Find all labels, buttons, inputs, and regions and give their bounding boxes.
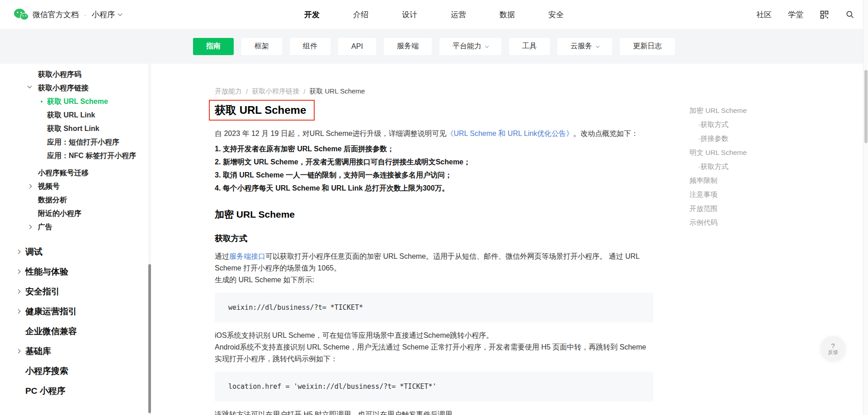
brand[interactable]: 微信官方文档 · 小程序 [14, 8, 122, 21]
intro-text: 自 2023 年 12 月 19 日起，对URL Scheme进行升级，详细调整… [215, 130, 446, 137]
qr-code-icon[interactable] [820, 10, 829, 19]
sidebar-item-short-link[interactable]: 获取 Short Link [0, 122, 151, 135]
toc-item-sample-code[interactable]: 示例代码 [689, 218, 747, 227]
sidebar-item-label: 企业微信兼容 [25, 326, 77, 336]
feedback-button[interactable]: ? 反馈 [821, 336, 845, 361]
page-body: 获取小程序码 获取小程序链接 获取 URL Scheme 获取 URL Link… [0, 64, 868, 415]
sidebar-item-label: 数据分析 [38, 196, 67, 204]
sidebar-item-label: 广告 [38, 223, 52, 231]
sidebar: 获取小程序码 获取小程序链接 获取 URL Scheme 获取 URL Link… [0, 64, 151, 415]
sidebar-item-label: 基础库 [25, 346, 51, 356]
toc: 加密 URL Scheme ·获取方式 ·拼接参数 明文 URL Scheme … [689, 106, 747, 232]
sidebar-section-performance[interactable]: 性能与体验 [0, 262, 151, 282]
breadcrumb-link-get-link[interactable]: 获取小程序链接 [252, 87, 299, 96]
nav-item-intro[interactable]: 介绍 [353, 9, 368, 20]
paragraph-text: 通过 [215, 252, 229, 260]
code-text: location.href = 'weixin://dl/business/?t… [228, 382, 437, 391]
change-point-1: 1. 支持开发者在原有加密 URL Scheme 后面拼接参数； [215, 145, 653, 153]
sidebar-section-search[interactable]: 小程序搜索 [0, 361, 151, 381]
product-switcher[interactable]: 小程序 [92, 9, 122, 20]
window-scrollbar-thumb[interactable] [864, 70, 868, 143]
sidebar-item-label: 获取小程序码 [38, 70, 81, 78]
sidebar-item-nfc-open[interactable]: 应用：NFC 标签打开小程序 [0, 149, 151, 163]
sidebar-section-health-operation[interactable]: 健康运营指引 [0, 302, 151, 322]
tab-guide[interactable]: 指南 [193, 38, 234, 55]
tab-component[interactable]: 组件 [290, 38, 330, 55]
breadcrumb-current: 获取 URL Scheme [309, 87, 365, 96]
sidebar-group-channels[interactable]: 视频号 [0, 180, 151, 193]
header-actions: 社区 学堂 [756, 9, 854, 20]
doc-section-tabs: 指南 框架 组件 API 服务端 平台能力 工具 云服务 更新日志 [0, 29, 868, 64]
section-heading-encrypted-scheme: 加密 URL Scheme [215, 209, 868, 220]
toc-item-plain-scheme[interactable]: 明文 URL Scheme [689, 148, 747, 157]
code-text: weixin://dl/business/?t= *TICKET* [228, 303, 363, 312]
sidebar-item-get-qrcode[interactable]: 获取小程序码 [0, 68, 151, 81]
tab-framework[interactable]: 框架 [241, 38, 282, 55]
nav-item-operation[interactable]: 运营 [451, 9, 466, 20]
subsection-heading-how-to-get: 获取方式 [215, 233, 868, 243]
tab-platform-capability[interactable]: 平台能力 [439, 38, 501, 55]
toc-item-how-to-get-2[interactable]: ·获取方式 [689, 162, 747, 171]
chevron-down-icon [596, 44, 599, 47]
nav-item-data[interactable]: 数据 [500, 9, 515, 20]
link-server-api[interactable]: 服务端接口 [229, 252, 265, 260]
link-community[interactable]: 社区 [756, 9, 772, 20]
nav-item-security[interactable]: 安全 [548, 9, 564, 20]
chevron-right-icon [16, 270, 21, 274]
tab-label: 更新日志 [633, 42, 662, 51]
tab-server[interactable]: 服务端 [384, 38, 432, 55]
breadcrumb-separator: / [303, 88, 305, 95]
sidebar-section-wecom-compat[interactable]: 企业微信兼容 [0, 322, 151, 341]
sidebar-item-label: 安全指引 [25, 287, 60, 296]
tab-api[interactable]: API [338, 38, 376, 55]
product-name: 小程序 [92, 9, 115, 20]
chevron-right-icon [16, 309, 21, 314]
sidebar-group-get-link[interactable]: 获取小程序链接 [0, 81, 151, 95]
sidebar-item-sms-open[interactable]: 应用：短信打开小程序 [0, 135, 151, 149]
toc-item-rate-limit[interactable]: 频率限制 [689, 176, 747, 185]
sidebar-item-url-link[interactable]: 获取 URL Link [0, 108, 151, 122]
sidebar-section-debug[interactable]: 调试 [0, 242, 151, 262]
toc-item-concat-params[interactable]: ·拼接参数 [689, 134, 747, 143]
sidebar-item-label: 获取 URL Link [47, 111, 95, 119]
paragraph-android: Android系统不支持直接识别 URL Scheme，用户无法通过 Schem… [215, 341, 653, 365]
nav-item-develop[interactable]: 开发 [304, 9, 320, 20]
sidebar-item-url-scheme[interactable]: 获取 URL Scheme [0, 95, 151, 108]
paragraph-how-to-get: 通过服务端接口可以获取打开小程序任意页面的加密 URL Scheme。适用于从短… [215, 251, 653, 274]
sidebar-item-account-migration[interactable]: 小程序账号迁移 [0, 166, 151, 180]
tab-label: API [351, 42, 363, 51]
sidebar-item-label: 调试 [25, 247, 42, 256]
primary-nav: 开发 介绍 设计 运营 数据 安全 [304, 9, 564, 20]
window-scrollbar-track [863, 0, 868, 415]
sidebar-section-security-guide[interactable]: 安全指引 [0, 282, 151, 302]
feedback-label: 反馈 [828, 350, 838, 355]
tab-tools[interactable]: 工具 [509, 38, 550, 55]
sidebar-item-nearby[interactable]: 附近的小程序 [0, 207, 151, 220]
link-academy[interactable]: 学堂 [788, 9, 803, 20]
paragraph-text: 可以获取打开小程序任意页面的加密 URL Scheme。适用于从短信、邮件、微信… [215, 252, 639, 272]
sidebar-item-label: 性能与体验 [25, 267, 68, 276]
search-icon[interactable] [845, 10, 854, 19]
tab-label: 工具 [522, 42, 537, 51]
toc-item-encrypted-scheme[interactable]: 加密 URL Scheme [689, 106, 747, 115]
brand-title: 微信官方文档 [33, 9, 79, 20]
link-optimization-notice[interactable]: 《URL Scheme 和 URL Link优化公告》 [446, 130, 573, 137]
annotation-highlight-box: 获取 URL Scheme [209, 100, 315, 121]
toc-item-open-scope[interactable]: 开放范围 [689, 204, 747, 213]
sidebar-group-ad[interactable]: 广告 [0, 220, 151, 234]
sidebar-item-label: 获取 Short Link [47, 125, 99, 132]
toc-item-notes[interactable]: 注意事项 [689, 190, 747, 199]
tab-cloud-service[interactable]: 云服务 [557, 38, 612, 55]
sidebar-section-pc-miniprogram[interactable]: PC 小程序 [0, 381, 151, 401]
toc-item-how-to-get-1[interactable]: ·获取方式 [689, 120, 747, 129]
sidebar-section-base-library[interactable]: 基础库 [0, 341, 151, 361]
page-title: 获取 URL Scheme [215, 104, 306, 117]
sidebar-item-analytics[interactable]: 数据分析 [0, 193, 151, 207]
sidebar-item-label: 获取小程序链接 [38, 84, 89, 92]
nav-item-design[interactable]: 设计 [402, 9, 417, 20]
tab-label: 服务端 [397, 42, 419, 51]
app-root: 微信官方文档 · 小程序 开发 介绍 设计 运营 数据 安全 社区 学堂 [0, 0, 868, 415]
chevron-right-icon [16, 250, 21, 254]
breadcrumb-link-open-ability[interactable]: 开放能力 [215, 87, 242, 96]
tab-changelog[interactable]: 更新日志 [620, 38, 675, 55]
